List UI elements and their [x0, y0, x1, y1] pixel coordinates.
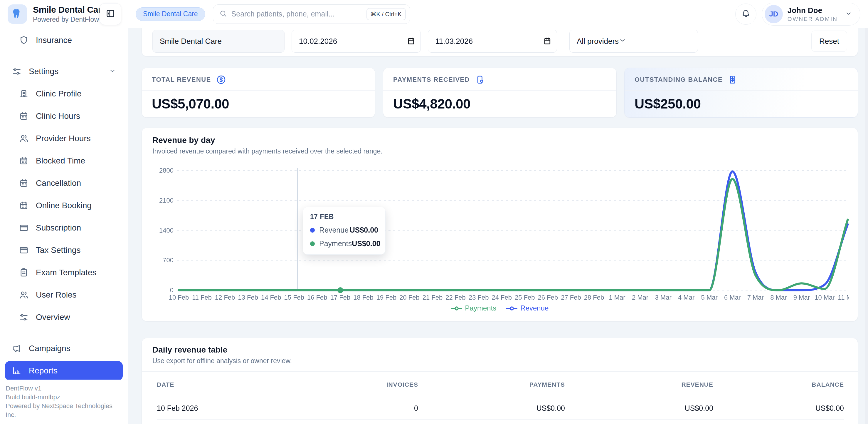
reset-filters-button[interactable]: Reset [811, 31, 847, 52]
stat-label: OUTSTANDING BALANCE [634, 76, 723, 84]
sidebar-item-provider-hours[interactable]: Provider Hours [5, 129, 123, 148]
stats-row: TOTAL REVENUE US$5,070.00 PAYMENTS RECEI… [142, 67, 858, 118]
table-row: 11 Feb 20260US$0.00US$0.00US$0.00 [157, 420, 844, 424]
bell-icon [741, 9, 750, 20]
svg-text:6 Mar: 6 Mar [724, 294, 741, 301]
svg-text:28 Feb: 28 Feb [584, 294, 604, 301]
sidebar-item-overview[interactable]: Overview [5, 308, 123, 327]
top-bar: Smile Dental Care Powered by DentFlow Sm… [0, 0, 868, 28]
sidebar-collapse-button[interactable] [99, 3, 121, 25]
chevron-down-icon [108, 67, 116, 76]
svg-text:15 Feb: 15 Feb [284, 294, 305, 301]
page-scrollbar[interactable] [865, 28, 868, 424]
sidebar-item-label: Clinic Hours [36, 111, 80, 121]
search-input[interactable] [231, 10, 367, 18]
brand-powered-by: Powered by DentFlow [33, 16, 106, 24]
app-build: Build build-mmlbpz [6, 393, 122, 402]
clinic-filter-input[interactable] [152, 30, 284, 53]
dollar-circle-icon [216, 75, 226, 85]
clinic-badge: Smile Dental Care [136, 7, 205, 21]
sidebar-item-insurance[interactable]: Insurance [5, 31, 123, 50]
svg-text:10 Feb: 10 Feb [169, 294, 189, 301]
table-cell: 10 Feb 2026 [157, 397, 310, 420]
svg-text:23 Feb: 23 Feb [469, 294, 489, 301]
svg-text:1400: 1400 [159, 227, 174, 234]
sidebar-item-cancellation[interactable]: Cancellation [5, 173, 123, 193]
chart-tooltip: 17 FEB RevenueUS$0.00PaymentsUS$0.00 [303, 207, 385, 255]
revenue-line-chart: 070014002100280010 Feb11 Feb12 Feb13 Feb… [152, 163, 849, 302]
search-icon [219, 9, 227, 19]
stat-card-payments-received: PAYMENTS RECEIVED US$4,820.00 [383, 67, 617, 118]
sidebar-item-user-roles[interactable]: User Roles [5, 285, 123, 305]
sidebar-item-clinic-hours[interactable]: Clinic Hours [5, 107, 123, 126]
app-version: DentFlow v1 [6, 384, 122, 393]
user-name: John Doe [787, 6, 838, 15]
svg-text:4 Mar: 4 Mar [678, 294, 694, 301]
sidebar-item-online-booking[interactable]: Online Booking [5, 196, 123, 215]
series-dot-icon [310, 242, 315, 246]
global-search[interactable]: ⌘K / Ctrl+K [213, 4, 410, 24]
tooltip-date: 17 FEB [310, 213, 378, 221]
sidebar-item-reports[interactable]: Reports [5, 361, 123, 379]
stat-card-outstanding-balance: OUTSTANDING BALANCE US$250.00 [624, 67, 858, 118]
table-cell: 0 [310, 420, 418, 424]
receipt-icon [727, 75, 738, 85]
app-vendor: Powered by NextSpace Technologies Inc. [6, 402, 122, 419]
sidebar-item-label: Reports [29, 366, 58, 375]
sidebar-item-label: Tax Settings [36, 246, 81, 255]
daily-revenue-table-card: Daily revenue table Use export for offli… [142, 338, 858, 424]
brand-name: Smile Dental Care [33, 5, 106, 15]
sidebar-item-label: Campaigns [29, 344, 70, 353]
svg-text:17 Feb: 17 Feb [330, 294, 351, 301]
users-icon [19, 290, 29, 300]
tooltip-row: PaymentsUS$0.00 [310, 239, 378, 248]
svg-text:10 Mar: 10 Mar [814, 294, 835, 301]
sidebar-item-exam-templates[interactable]: Exam Templates [5, 263, 123, 282]
building-icon [19, 89, 29, 99]
svg-text:21 Feb: 21 Feb [423, 294, 443, 301]
svg-text:0: 0 [170, 286, 174, 294]
provider-select[interactable]: All providers [569, 30, 698, 53]
sidebar-item-settings[interactable]: Settings [5, 62, 123, 81]
sidebar-item-tax-settings[interactable]: Tax Settings [5, 241, 123, 260]
search-shortcut-hint: ⌘K / Ctrl+K [367, 8, 406, 20]
sidebar-footer: DentFlow v1 Build build-mmlbpz Powered b… [0, 379, 128, 424]
sidebar-item-label: Insurance [36, 35, 72, 45]
legend-marker-icon [506, 304, 517, 312]
tooltip-series-label: Payments [319, 239, 352, 248]
sidebar-item-blocked-time[interactable]: Blocked Time [5, 151, 123, 171]
chevron-down-icon [842, 10, 852, 19]
legend-item-revenue[interactable]: Revenue [506, 304, 549, 312]
sidebar-item-label: Blocked Time [36, 156, 85, 166]
notifications-button[interactable] [735, 3, 756, 25]
sidebar-item-campaigns[interactable]: Campaigns [5, 339, 123, 358]
tooth-icon [11, 8, 23, 21]
table-row: 10 Feb 20260US$0.00US$0.00US$0.00 [157, 397, 844, 420]
table-cell: US$0.00 [565, 397, 713, 420]
table-subtitle: Use export for offline analysis or owner… [152, 357, 847, 365]
wallet-icon [474, 75, 485, 85]
table-cell: US$0.00 [418, 397, 565, 420]
user-menu[interactable]: JD John Doe OWNER ADMIN [762, 3, 860, 26]
svg-text:7 Mar: 7 Mar [747, 294, 764, 301]
svg-text:2 Mar: 2 Mar [632, 294, 648, 301]
date-from-input[interactable] [291, 30, 421, 53]
svg-text:700: 700 [163, 256, 174, 264]
date-to-input[interactable] [428, 30, 557, 53]
svg-text:27 Feb: 27 Feb [561, 294, 581, 301]
svg-text:2800: 2800 [159, 167, 174, 174]
revenue-chart-card: Revenue by day Invoiced revenue compared… [142, 128, 858, 321]
sidebar-item-label: Overview [36, 313, 70, 322]
legend-item-payments[interactable]: Payments [451, 304, 497, 312]
date-from-wrap [291, 30, 421, 53]
legend-marker-icon [451, 304, 462, 312]
svg-text:19 Feb: 19 Feb [376, 294, 397, 301]
sidebar-item-subscription[interactable]: Subscription [5, 218, 123, 237]
series-dot-icon [310, 228, 315, 233]
sidebar-item-clinic-profile[interactable]: Clinic Profile [5, 84, 123, 104]
tooltip-series-label: Revenue [319, 226, 348, 234]
chart-area[interactable]: 070014002100280010 Feb11 Feb12 Feb13 Feb… [152, 163, 847, 302]
app-logo [8, 4, 27, 24]
sidebar-item-label: User Roles [36, 290, 76, 300]
main-content: All providers Reset TOTAL REVENUE US$5,0… [128, 28, 868, 424]
